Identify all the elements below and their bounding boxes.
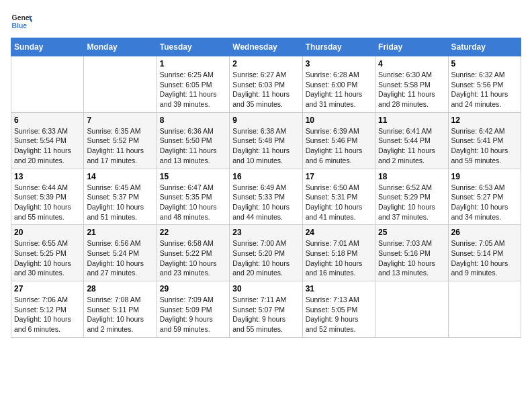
- day-info: Sunrise: 6:53 AMSunset: 5:27 PMDaylight:…: [451, 183, 518, 222]
- day-info: Sunrise: 7:05 AMSunset: 5:14 PMDaylight:…: [451, 238, 518, 278]
- day-info: Sunrise: 7:03 AMSunset: 5:16 PMDaylight:…: [378, 238, 445, 278]
- day-info: Sunrise: 7:08 AMSunset: 5:11 PMDaylight:…: [87, 295, 153, 334]
- day-number: 29: [160, 284, 226, 293]
- calendar-cell: 24Sunrise: 7:01 AMSunset: 5:18 PMDayligh…: [302, 225, 375, 281]
- calendar-cell: 15Sunrise: 6:47 AMSunset: 5:35 PMDayligh…: [157, 169, 229, 225]
- logo-icon: General Blue: [11, 11, 32, 32]
- calendar-header-row: SundayMondayTuesdayWednesdayThursdayFrid…: [11, 38, 521, 56]
- day-number: 14: [87, 172, 153, 181]
- calendar-cell: 10Sunrise: 6:39 AMSunset: 5:46 PMDayligh…: [302, 112, 375, 169]
- calendar-cell: [84, 56, 157, 113]
- day-number: 21: [87, 228, 153, 237]
- day-info: Sunrise: 6:36 AMSunset: 5:50 PMDaylight:…: [160, 126, 226, 166]
- calendar-cell: 3Sunrise: 6:28 AMSunset: 6:00 PMDaylight…: [302, 56, 375, 113]
- day-number: 13: [14, 172, 81, 181]
- calendar-cell: 11Sunrise: 6:41 AMSunset: 5:44 PMDayligh…: [375, 112, 448, 169]
- day-number: 11: [378, 116, 445, 125]
- day-info: Sunrise: 6:47 AMSunset: 5:35 PMDaylight:…: [160, 183, 226, 222]
- calendar-cell: 18Sunrise: 6:52 AMSunset: 5:29 PMDayligh…: [375, 169, 448, 225]
- day-info: Sunrise: 6:44 AMSunset: 5:39 PMDaylight:…: [14, 183, 81, 222]
- day-number: 18: [378, 172, 445, 181]
- day-number: 27: [14, 284, 81, 293]
- day-info: Sunrise: 7:11 AMSunset: 5:07 PMDaylight:…: [232, 295, 299, 334]
- col-header-wednesday: Wednesday: [230, 38, 302, 56]
- day-number: 23: [232, 228, 299, 237]
- col-header-sunday: Sunday: [11, 38, 84, 56]
- col-header-friday: Friday: [375, 38, 448, 56]
- calendar-cell: 27Sunrise: 7:06 AMSunset: 5:12 PMDayligh…: [11, 281, 84, 338]
- day-info: Sunrise: 6:56 AMSunset: 5:24 PMDaylight:…: [87, 238, 153, 278]
- calendar-week-row: 20Sunrise: 6:55 AMSunset: 5:25 PMDayligh…: [11, 225, 521, 281]
- day-info: Sunrise: 6:42 AMSunset: 5:41 PMDaylight:…: [451, 126, 518, 166]
- calendar-cell: 23Sunrise: 7:00 AMSunset: 5:20 PMDayligh…: [230, 225, 302, 281]
- day-info: Sunrise: 7:00 AMSunset: 5:20 PMDaylight:…: [232, 238, 299, 278]
- day-info: Sunrise: 6:52 AMSunset: 5:29 PMDaylight:…: [378, 183, 445, 222]
- calendar-cell: 26Sunrise: 7:05 AMSunset: 5:14 PMDayligh…: [448, 225, 521, 281]
- day-info: Sunrise: 7:01 AMSunset: 5:18 PMDaylight:…: [306, 238, 372, 278]
- day-number: 7: [87, 116, 153, 125]
- day-info: Sunrise: 7:13 AMSunset: 5:05 PMDaylight:…: [306, 295, 372, 334]
- day-number: 22: [160, 228, 226, 237]
- day-number: 1: [160, 59, 226, 68]
- calendar-cell: 7Sunrise: 6:35 AMSunset: 5:52 PMDaylight…: [84, 112, 157, 169]
- day-info: Sunrise: 6:41 AMSunset: 5:44 PMDaylight:…: [378, 126, 445, 166]
- calendar-cell: 20Sunrise: 6:55 AMSunset: 5:25 PMDayligh…: [11, 225, 84, 281]
- day-number: 28: [87, 284, 153, 293]
- calendar-week-row: 27Sunrise: 7:06 AMSunset: 5:12 PMDayligh…: [11, 281, 521, 338]
- logo: General Blue: [11, 11, 32, 32]
- calendar-cell: 9Sunrise: 6:38 AMSunset: 5:48 PMDaylight…: [230, 112, 302, 169]
- calendar-cell: 28Sunrise: 7:08 AMSunset: 5:11 PMDayligh…: [84, 281, 157, 338]
- calendar-cell: 21Sunrise: 6:56 AMSunset: 5:24 PMDayligh…: [84, 225, 157, 281]
- day-info: Sunrise: 6:28 AMSunset: 6:00 PMDaylight:…: [306, 70, 372, 109]
- calendar-cell: 13Sunrise: 6:44 AMSunset: 5:39 PMDayligh…: [11, 169, 84, 225]
- calendar-cell: 1Sunrise: 6:25 AMSunset: 6:05 PMDaylight…: [157, 56, 229, 113]
- calendar-cell: 16Sunrise: 6:49 AMSunset: 5:33 PMDayligh…: [230, 169, 302, 225]
- calendar-cell: 25Sunrise: 7:03 AMSunset: 5:16 PMDayligh…: [375, 225, 448, 281]
- day-number: 8: [160, 116, 226, 125]
- day-info: Sunrise: 7:06 AMSunset: 5:12 PMDaylight:…: [14, 295, 81, 334]
- calendar-cell: 29Sunrise: 7:09 AMSunset: 5:09 PMDayligh…: [157, 281, 229, 338]
- day-info: Sunrise: 6:30 AMSunset: 5:58 PMDaylight:…: [378, 70, 445, 109]
- day-info: Sunrise: 7:09 AMSunset: 5:09 PMDaylight:…: [160, 295, 226, 334]
- calendar-week-row: 13Sunrise: 6:44 AMSunset: 5:39 PMDayligh…: [11, 169, 521, 225]
- calendar-cell: 5Sunrise: 6:32 AMSunset: 5:56 PMDaylight…: [448, 56, 521, 113]
- calendar-cell: 4Sunrise: 6:30 AMSunset: 5:58 PMDaylight…: [375, 56, 448, 113]
- calendar-cell: 17Sunrise: 6:50 AMSunset: 5:31 PMDayligh…: [302, 169, 375, 225]
- calendar-cell: 12Sunrise: 6:42 AMSunset: 5:41 PMDayligh…: [448, 112, 521, 169]
- col-header-thursday: Thursday: [302, 38, 375, 56]
- calendar-cell: 14Sunrise: 6:45 AMSunset: 5:37 PMDayligh…: [84, 169, 157, 225]
- col-header-tuesday: Tuesday: [157, 38, 229, 56]
- day-info: Sunrise: 6:27 AMSunset: 6:03 PMDaylight:…: [232, 70, 299, 109]
- day-info: Sunrise: 6:35 AMSunset: 5:52 PMDaylight:…: [87, 126, 153, 166]
- day-info: Sunrise: 6:33 AMSunset: 5:54 PMDaylight:…: [14, 126, 81, 166]
- day-info: Sunrise: 6:39 AMSunset: 5:46 PMDaylight:…: [306, 126, 372, 166]
- col-header-monday: Monday: [84, 38, 157, 56]
- day-number: 3: [306, 59, 372, 68]
- day-info: Sunrise: 6:50 AMSunset: 5:31 PMDaylight:…: [306, 183, 372, 222]
- day-number: 6: [14, 116, 81, 125]
- day-number: 4: [378, 59, 445, 68]
- day-number: 5: [451, 59, 518, 68]
- day-number: 17: [306, 172, 372, 181]
- calendar-cell: [375, 281, 448, 338]
- day-number: 2: [232, 59, 299, 68]
- day-number: 26: [451, 228, 518, 237]
- day-info: Sunrise: 6:38 AMSunset: 5:48 PMDaylight:…: [232, 126, 299, 166]
- page-header: General Blue: [11, 11, 521, 32]
- calendar-cell: 2Sunrise: 6:27 AMSunset: 6:03 PMDaylight…: [230, 56, 302, 113]
- day-info: Sunrise: 6:32 AMSunset: 5:56 PMDaylight:…: [451, 70, 518, 109]
- day-number: 20: [14, 228, 81, 237]
- calendar-cell: [11, 56, 84, 113]
- col-header-saturday: Saturday: [448, 38, 521, 56]
- calendar-cell: 22Sunrise: 6:58 AMSunset: 5:22 PMDayligh…: [157, 225, 229, 281]
- calendar-week-row: 6Sunrise: 6:33 AMSunset: 5:54 PMDaylight…: [11, 112, 521, 169]
- calendar-cell: 19Sunrise: 6:53 AMSunset: 5:27 PMDayligh…: [448, 169, 521, 225]
- day-info: Sunrise: 6:45 AMSunset: 5:37 PMDaylight:…: [87, 183, 153, 222]
- calendar-cell: 6Sunrise: 6:33 AMSunset: 5:54 PMDaylight…: [11, 112, 84, 169]
- day-info: Sunrise: 6:49 AMSunset: 5:33 PMDaylight:…: [232, 183, 299, 222]
- calendar-cell: 8Sunrise: 6:36 AMSunset: 5:50 PMDaylight…: [157, 112, 229, 169]
- calendar-week-row: 1Sunrise: 6:25 AMSunset: 6:05 PMDaylight…: [11, 56, 521, 113]
- calendar-cell: 31Sunrise: 7:13 AMSunset: 5:05 PMDayligh…: [302, 281, 375, 338]
- day-number: 24: [306, 228, 372, 237]
- day-info: Sunrise: 6:25 AMSunset: 6:05 PMDaylight:…: [160, 70, 226, 109]
